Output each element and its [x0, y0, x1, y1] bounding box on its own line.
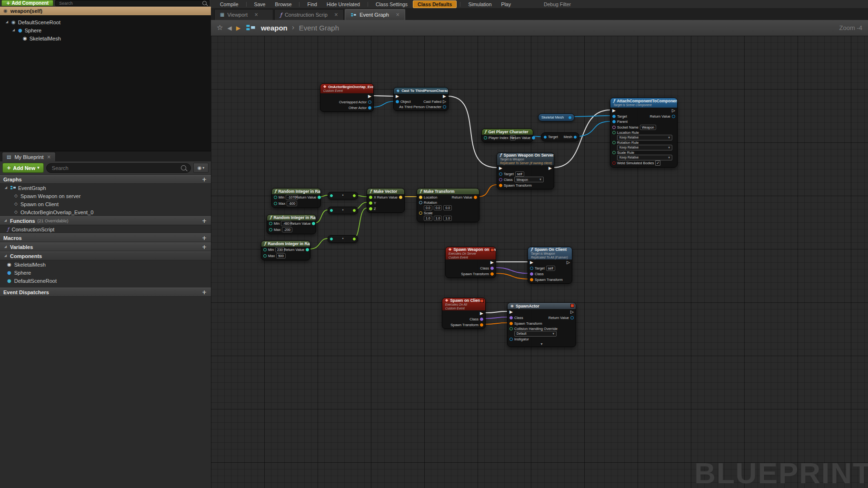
expander-icon[interactable]	[4, 186, 8, 189]
rotation-x-value[interactable]: 0.0	[424, 205, 432, 210]
expander-icon[interactable]	[3, 254, 8, 258]
max-value[interactable]: -200	[282, 227, 292, 232]
spawn-transform-pin[interactable]	[509, 322, 513, 325]
add-macro-button[interactable]	[201, 235, 208, 241]
target-pin[interactable]	[499, 172, 502, 176]
tree-item-sphere[interactable]: Sphere	[0, 26, 211, 34]
close-icon[interactable]	[254, 12, 258, 17]
spawn-transform-pin[interactable]	[530, 278, 533, 281]
visibility-filter-button[interactable]	[193, 163, 209, 173]
return-value-pin[interactable]	[312, 222, 315, 225]
target-value[interactable]: self	[546, 266, 555, 271]
close-icon[interactable]	[334, 12, 338, 17]
node-onactorbeginoverlap-event[interactable]: OnActorBeginOverlap_Event_0 Custom Event…	[320, 83, 374, 112]
close-icon[interactable]	[396, 12, 399, 17]
section-components[interactable]: Components	[0, 251, 211, 260]
tree-item-skeletalmesh[interactable]: SkeletalMesh	[0, 34, 211, 42]
nav-forward-button[interactable]	[236, 25, 240, 31]
location-pin[interactable]	[419, 196, 422, 199]
node-get-mesh[interactable]: Target Mesh	[541, 132, 579, 141]
my-blueprint-tab[interactable]: My Blueprint	[2, 152, 56, 161]
y-pin[interactable]	[369, 201, 372, 205]
class-dropdown[interactable]: Weapon	[514, 177, 544, 182]
return-value-pin[interactable]	[474, 196, 477, 199]
scale-z-value[interactable]: 1.0	[443, 216, 452, 221]
tree-item-defaultsceneroot[interactable]: DefaultSceneRoot	[0, 18, 211, 26]
variable-out-pin[interactable]	[569, 116, 571, 119]
variable-item-sphere[interactable]: Sphere	[0, 269, 211, 277]
breadcrumb-root[interactable]: weapon	[261, 24, 288, 32]
graph-event-spawn-on-client[interactable]: Spawn on Client	[0, 200, 211, 208]
scale-x-value[interactable]: 1.0	[424, 216, 432, 221]
node-random-integer-in-range-1[interactable]: Random Integer in Range Min-1070 Return …	[271, 188, 321, 208]
add-new-button[interactable]: Add New	[2, 163, 44, 173]
tab-event-graph[interactable]: Event Graph	[345, 9, 405, 20]
graph-event-onactorbeginoverlap[interactable]: OnActorBeginOverlap_Event_0	[0, 208, 211, 216]
class-pin[interactable]	[509, 316, 513, 319]
expander-icon[interactable]	[5, 20, 9, 24]
variable-item-skeletalmesh[interactable]: SkeletalMesh	[0, 260, 211, 269]
socket-name-value[interactable]: Weapon	[640, 125, 656, 130]
min-pin[interactable]	[269, 222, 272, 225]
min-pin[interactable]	[263, 248, 267, 251]
max-value[interactable]: 500	[276, 253, 286, 259]
exec-out-pin[interactable]	[490, 260, 494, 265]
components-search-input[interactable]	[58, 0, 200, 6]
breadcrumb-current[interactable]: Event Graph	[299, 24, 339, 32]
object-pin[interactable]	[396, 100, 399, 103]
node-skeletal-mesh-variable[interactable]: Skeletal Mesh	[538, 113, 575, 121]
section-functions[interactable]: Functions (21 Overridable)	[0, 216, 211, 225]
target-pin[interactable]	[530, 267, 533, 270]
node-get-player-character[interactable]: Get Player Character Player Index0 Retur…	[481, 129, 533, 142]
favorite-star-button[interactable]	[217, 24, 223, 31]
find-button[interactable]: Find	[303, 1, 321, 8]
exec-in-pin[interactable]	[612, 109, 616, 113]
max-pin[interactable]	[274, 202, 277, 205]
section-graphs[interactable]: Graphs	[0, 175, 211, 184]
exec-in-pin[interactable]	[499, 166, 502, 170]
simulation-button[interactable]: Simulation	[464, 1, 496, 8]
class-pin[interactable]	[530, 272, 533, 276]
target-pin[interactable]	[544, 136, 547, 139]
in-pin[interactable]	[330, 209, 333, 212]
add-function-button[interactable]	[201, 218, 208, 224]
graph-item-eventgraph[interactable]: EventGraph	[0, 184, 211, 192]
z-pin[interactable]	[369, 207, 372, 210]
exec-in-pin[interactable]	[530, 260, 533, 265]
expander-icon[interactable]	[3, 219, 8, 222]
return-value-pin[interactable]	[570, 316, 574, 319]
scale-y-value[interactable]: 1.0	[434, 216, 442, 221]
rotation-pin[interactable]	[419, 201, 422, 204]
expander-icon[interactable]	[3, 245, 8, 249]
collision-handling-dropdown[interactable]: Default	[514, 331, 557, 337]
node-attach-component-to-component[interactable]: AttachComponentToComponent Target is Sce…	[610, 98, 678, 168]
section-event-dispatchers[interactable]: Event Dispatchers	[0, 288, 211, 297]
node-make-vector[interactable]: Make Vector X Return Value Y Z	[367, 188, 405, 213]
mesh-pin[interactable]	[574, 136, 577, 139]
location-rule-dropdown[interactable]: Keep Relative	[617, 135, 672, 140]
exec-in-pin[interactable]	[509, 310, 513, 314]
target-pin[interactable]	[612, 115, 616, 118]
exec-out-pin[interactable]	[480, 311, 483, 316]
exec-out-pin[interactable]	[567, 260, 570, 265]
components-search[interactable]	[55, 0, 210, 6]
player-index-pin[interactable]	[484, 136, 487, 139]
weld-simulated-bodies-pin[interactable]	[612, 161, 616, 165]
tab-viewport[interactable]: Viewport	[214, 9, 273, 20]
location-rule-pin[interactable]	[612, 131, 616, 134]
expand-node-button[interactable]	[508, 342, 576, 347]
debug-filter-label[interactable]: Debug Filter	[544, 1, 571, 7]
add-graph-button[interactable]	[201, 177, 208, 182]
class-pin[interactable]	[480, 318, 483, 321]
exec-in-pin[interactable]	[396, 94, 399, 99]
exec-out-pin[interactable]	[368, 94, 371, 99]
node-spawn-on-client-call[interactable]: Spawn On Client Target is Weapon Replica…	[528, 247, 572, 284]
compile-button[interactable]: Compile	[216, 1, 243, 8]
class-pin[interactable]	[499, 178, 502, 181]
add-dispatcher-button[interactable]	[201, 289, 208, 295]
scale-rule-pin[interactable]	[612, 151, 616, 154]
node-cast-to-thirdpersoncharacter[interactable]: Cast To ThirdPersonCharacter Object Cast…	[393, 87, 449, 111]
exec-out-pin[interactable]	[672, 109, 675, 113]
rotation-y-value[interactable]: 0.0	[434, 205, 442, 210]
as-character-pin[interactable]	[443, 105, 446, 109]
